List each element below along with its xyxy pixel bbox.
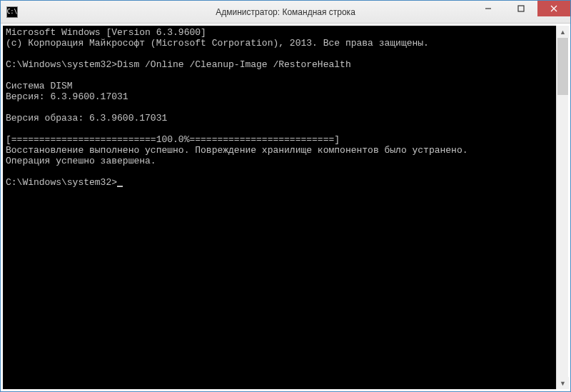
close-button[interactable] <box>537 1 570 16</box>
app-icon-label: C:\ <box>7 9 17 15</box>
minimize-button[interactable] <box>472 1 505 16</box>
console-line <box>6 166 553 177</box>
console-line: Cистема DISM <box>6 81 553 91</box>
console-line: (c) Корпорация Майкрософт (Microsoft Cor… <box>6 38 553 49</box>
console-line: Версия образа: 6.3.9600.17031 <box>6 113 553 124</box>
console-line: Microsoft Windows [Version 6.3.9600] <box>6 27 553 38</box>
console-line: C:\Windows\system32> <box>6 177 553 188</box>
maximize-button[interactable] <box>505 1 537 16</box>
window-title: Администратор: Командная строка <box>216 7 355 17</box>
titlebar[interactable]: C:\ Администратор: Командная строка <box>1 1 570 24</box>
vertical-scrollbar[interactable]: ▲ ▼ <box>556 26 568 389</box>
console-line: Операция успешно завершена. <box>6 156 553 166</box>
console-line <box>6 70 553 81</box>
scroll-up-arrow-icon[interactable]: ▲ <box>557 26 569 38</box>
scroll-thumb[interactable] <box>557 38 568 95</box>
window-controls <box>472 1 570 23</box>
console-line <box>6 102 553 113</box>
console-output[interactable]: Microsoft Windows [Version 6.3.9600](c) … <box>3 26 556 389</box>
console-line: [==========================100.0%=======… <box>6 134 553 145</box>
console-line: Восстановление выполнено успешно. Повреж… <box>6 145 553 156</box>
svg-rect-1 <box>518 6 524 11</box>
scroll-down-arrow-icon[interactable]: ▼ <box>557 377 569 389</box>
command-prompt-window: C:\ Администратор: Командная строка Micr… <box>0 0 571 392</box>
cursor <box>117 186 123 187</box>
console-area: Microsoft Windows [Version 6.3.9600](c) … <box>1 24 570 391</box>
console-line <box>6 124 553 134</box>
app-icon: C:\ <box>6 6 18 18</box>
console-line: C:\Windows\system32>Dism /Online /Cleanu… <box>6 59 553 70</box>
console-line <box>6 49 553 59</box>
console-line: Версия: 6.3.9600.17031 <box>6 91 553 102</box>
